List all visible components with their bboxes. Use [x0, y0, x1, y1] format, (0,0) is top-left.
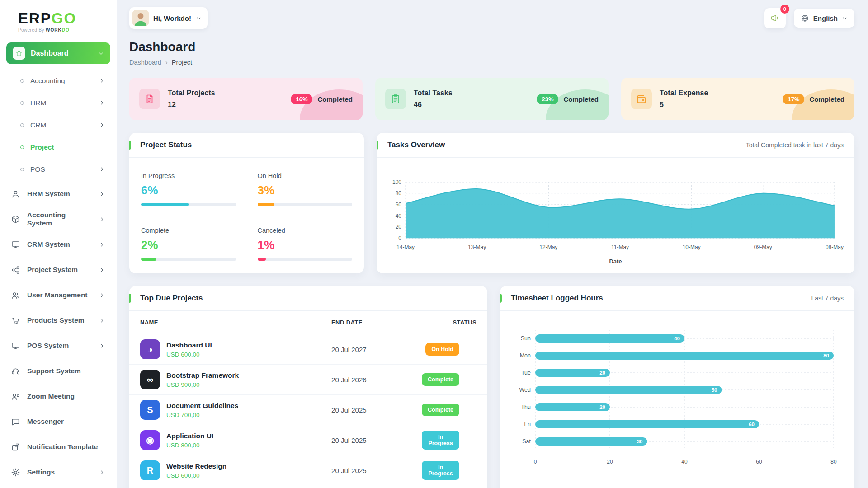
sidebar-item-pos[interactable]: POS [0, 158, 112, 180]
table-row[interactable]: SDocument GuidelinesUSD 700,0020 Jul 202… [129, 395, 487, 425]
sidebar-item-hrm[interactable]: HRM [0, 92, 112, 114]
table-row[interactable]: ◑Dashboard UIUSD 600,0020 Jul 2027On Hol… [129, 334, 487, 365]
chevron-down-icon [98, 51, 104, 56]
tasks-overview-chart: 02040608010014-May13-May12-May11-May10-M… [377, 158, 854, 257]
table-row[interactable]: ◉Application UIUSD 800,0020 Jul 2025In P… [129, 425, 487, 455]
svg-text:60: 60 [396, 202, 402, 208]
svg-text:40: 40 [674, 336, 680, 341]
status-percent: 2% [141, 238, 236, 252]
sidebar-item-accounting[interactable]: Accounting [0, 70, 112, 92]
expense-icon [631, 89, 652, 109]
project-status-card: Project Status In Progress6%On Hold3%Com… [129, 133, 364, 273]
chevron-down-icon [842, 15, 848, 21]
sidebar-item-hrm-system[interactable]: HRM System [0, 181, 112, 206]
stat-note: Completed [809, 95, 844, 103]
timesheet-chart: 02040608040Sun80Mon20Tue50Wed20Thu60Fri3… [500, 311, 854, 471]
chevron-right-icon [99, 267, 105, 273]
svg-text:Wed: Wed [519, 387, 531, 393]
status-badge: On Hold [425, 343, 459, 356]
card-note: Total Completed task in last 7 days [746, 141, 844, 149]
stat-percent-badge: 16% [291, 94, 312, 104]
sidebar-item-project[interactable]: Project [0, 136, 112, 158]
bootstrap-logo: ∞ [140, 370, 160, 389]
cart-icon [11, 316, 20, 325]
sidebar-item-dashboard[interactable]: Dashboard [6, 42, 110, 64]
bullet-icon [20, 145, 24, 149]
svg-text:08-May: 08-May [826, 244, 844, 250]
sidebar-item-label: POS System [27, 342, 69, 350]
sidebar-item-label: HRM [30, 99, 46, 107]
sidebar-item-crm-system[interactable]: CRM System [0, 232, 112, 257]
svg-text:40: 40 [681, 459, 688, 465]
chevron-right-icon [99, 78, 105, 84]
avatar [132, 10, 149, 26]
svg-text:14-May: 14-May [396, 244, 415, 250]
sidebar-item-label: Support System [27, 367, 81, 375]
sidebar-item-support-system[interactable]: Support System [0, 358, 112, 384]
breadcrumb-dashboard-link[interactable]: Dashboard [129, 59, 161, 66]
sidebar-item-crm[interactable]: CRM [0, 114, 112, 136]
sidebar-item-notification-template[interactable]: Notification Template [0, 434, 112, 460]
sidebar-item-label: Accounting System [27, 211, 92, 227]
project-name: Application UI [166, 432, 213, 440]
svg-text:Thu: Thu [521, 404, 531, 410]
svg-text:13-May: 13-May [468, 244, 486, 250]
svg-text:0: 0 [534, 459, 537, 465]
table-row[interactable]: ∞Bootstrap FrameworkUSD 900,0020 Jul 202… [129, 365, 487, 395]
stat-title: Total Expense [660, 89, 708, 97]
card-title: Project Status [140, 141, 192, 150]
sidebar-item-user-management[interactable]: User Management [0, 282, 112, 308]
sidebar-item-products-system[interactable]: Products System [0, 308, 112, 333]
notifications-button[interactable]: 0 [764, 8, 786, 28]
svg-text:Fri: Fri [524, 421, 531, 427]
sidebar: ERPGO Powered By WORKDO Dashboard Accoun… [0, 0, 117, 488]
sidebar-item-zoom-meeting[interactable]: Zoom Meeting [0, 384, 112, 409]
svg-text:100: 100 [392, 179, 401, 185]
sidebar-item-project-system[interactable]: Project System [0, 257, 112, 282]
svg-text:20: 20 [599, 370, 605, 375]
column-header-end-date: END DATE [321, 311, 411, 334]
user-icon [11, 189, 20, 199]
bullet-icon [20, 79, 24, 83]
gear-icon [11, 468, 20, 477]
chevron-right-icon [99, 242, 105, 248]
project-cell: ◉Application UIUSD 800,00 [140, 430, 310, 450]
svg-text:20: 20 [607, 459, 613, 465]
user-menu[interactable]: Hi, Workdo! [129, 7, 208, 29]
brand-logo[interactable]: ERPGO Powered By WORKDO [0, 7, 117, 34]
sidebar-item-label: CRM [30, 121, 46, 129]
stat-right: 16%Completed [291, 94, 353, 104]
svg-text:11-May: 11-May [611, 244, 629, 250]
bottom-row: Top Due Projects NAMEEND DATESTATUS ◑Das… [129, 286, 854, 488]
breadcrumb-current: Project [172, 59, 192, 66]
stat-card-total-projects: Total Projects1216%Completed [129, 78, 363, 120]
sidebar-item-accounting-system[interactable]: Accounting System [0, 206, 112, 232]
stat-value: 46 [414, 101, 453, 109]
stat-title: Total Tasks [414, 89, 453, 97]
sidebar-item-label: Messenger [27, 418, 64, 426]
project-end-date: 20 Jul 2025 [321, 425, 411, 455]
cube-icon [11, 215, 20, 224]
monitor-icon [11, 341, 20, 351]
project-end-date: 20 Jul 2025 [321, 455, 411, 486]
card-title: Top Due Projects [140, 294, 203, 303]
stat-percent-badge: 17% [783, 94, 804, 104]
language-selector[interactable]: English [794, 9, 854, 28]
svg-text:10-May: 10-May [683, 244, 701, 250]
sidebar-item-pos-system[interactable]: POS System [0, 333, 112, 358]
bullet-icon [20, 101, 24, 105]
status-item-canceled: Canceled1% [258, 227, 353, 261]
dashboard-submenu: AccountingHRMCRMProjectPOS [0, 68, 117, 181]
sidebar-item-settings[interactable]: Settings [0, 460, 112, 485]
tasks-icon [385, 89, 406, 109]
svg-text:20: 20 [396, 224, 402, 230]
svg-text:Sun: Sun [521, 335, 531, 342]
project-end-date: 20 Jul 2026 [321, 365, 411, 395]
sidebar-item-label: POS [30, 165, 45, 174]
table-row[interactable]: RWebsite RedesignUSD 600,0020 Jul 2025In… [129, 455, 487, 486]
sidebar-item-label: Project [30, 143, 54, 151]
status-badge: In Progress [422, 461, 459, 480]
brand-name: ERPGO [18, 11, 117, 26]
sidebar-item-messenger[interactable]: Messenger [0, 409, 112, 434]
stat-text: Total Projects12 [168, 89, 215, 109]
